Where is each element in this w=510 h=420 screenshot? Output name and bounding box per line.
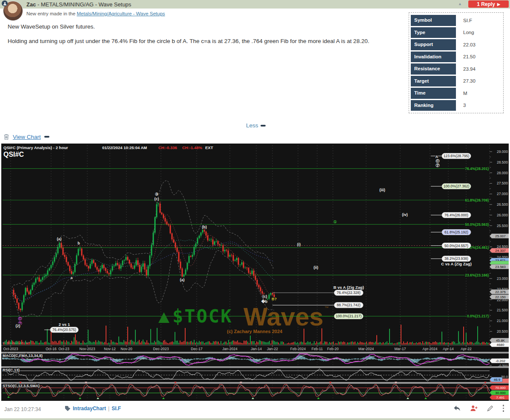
chart-canvas[interactable]: 29.00028.50028.00027.50027.00026.50026.0… [1, 144, 509, 401]
price-tick-label: 26.000 [497, 213, 508, 217]
chart-svg[interactable]: 29.00028.50028.00027.50027.00026.50026.0… [1, 144, 509, 401]
setup-row-resistance: Resistance23.94 [411, 63, 502, 75]
page-bottom-strip [0, 418, 510, 420]
watermark-stock-text: $TOCK [172, 306, 232, 327]
wave-label: (b) [202, 225, 207, 229]
chart-instrument-label: QSI#C (Primary Analysis) - 2 hour [3, 145, 68, 150]
setup-label: Time [411, 88, 456, 99]
setup-value: 27.30 [463, 78, 476, 83]
setup-row-target: Target27.30 [411, 76, 502, 87]
green-fib-label: 61.8%(26.709) [465, 198, 489, 202]
room-link[interactable]: Metals/Mining/Agriculture - Wave Setups [77, 11, 165, 16]
price-tick-label: 27.000 [497, 192, 508, 196]
setup-row-invalidation: Invalidation21.50 [411, 52, 502, 63]
axis-badge-label: 24.337 [495, 249, 506, 253]
axis-badge-label: 7.491 [496, 396, 505, 400]
reply-icon[interactable] [453, 405, 461, 411]
forum-post-page: Zac - METALS/MINING/AG - Wave Setups ▲ 1… [0, 0, 510, 420]
fib-pill-label: 76.4%(22.328) [337, 291, 361, 295]
trash-icon[interactable] [3, 133, 9, 140]
setup-value: 22.03 [463, 42, 476, 47]
green-fib-label: 23.6%(23.166) [465, 273, 489, 277]
fib-pill-label: 88.7%(21.742) [337, 303, 361, 307]
wave-label: A [436, 155, 438, 159]
wave-label: (c) [155, 197, 159, 201]
reply-button[interactable]: 1 Reply ▶ [468, 0, 509, 8]
axis-badge-label: 23.583 [495, 265, 506, 269]
pane-separator [1, 366, 509, 368]
avatar[interactable] [3, 1, 23, 21]
tag-icon [65, 406, 71, 411]
wave-label: b [77, 241, 80, 245]
date-tick-label: Apr-14 [443, 347, 454, 351]
date-tick-label: Nov-12 [104, 347, 116, 351]
tag-separator: | [108, 406, 109, 411]
date-tick-label: Mar-17 [395, 347, 406, 351]
fib-pill-label: 76.4%(26.000) [444, 213, 468, 217]
price-tick-label: 28.500 [497, 160, 508, 164]
axis-badge-label: 22.150 [495, 295, 506, 299]
fib-pill-label: 100.0%(27.362) [444, 184, 470, 188]
subtitle-prefix: New entry made in the [26, 11, 77, 16]
wave-label: ③ [155, 192, 158, 196]
wave-label: (a) [57, 237, 62, 241]
wave-label: ⓨ [436, 163, 440, 167]
date-tick-label: Nov-2023 [80, 347, 95, 351]
fib-pill-label: 38.2%(23.938) [444, 256, 468, 261]
watermark-copyright: (c) Zachary Mannes 2024 [227, 329, 283, 334]
watermark-tm: ™ [324, 305, 329, 310]
post-tags: IntradayChart | SI.F [65, 406, 121, 411]
axis-badge-label: 70.000 [495, 386, 506, 390]
wave-label: (c) [263, 294, 267, 299]
post-title-rest: - METALS/MINING/AG - Wave Setups [36, 1, 131, 8]
setup-value: M [463, 91, 467, 96]
setup-label: Symbol [411, 15, 456, 26]
wave-label: (ii) [314, 265, 318, 270]
post-title: Zac - METALS/MINING/AG - Wave Setups [26, 1, 131, 8]
setup-row-time: TimeM [411, 88, 502, 99]
post-timestamp: Jan 22 10:27:34 [4, 406, 41, 412]
wave-label: (i) [297, 242, 301, 247]
author-name: Zac [26, 1, 36, 8]
wave-label: ⓒ [18, 316, 22, 321]
pane-separator [1, 382, 509, 384]
setup-table: SymbolSI.FTypeLongSupport22.03Invalidati… [409, 12, 504, 113]
bvsa-title: B vs A (Zig Zag) [333, 285, 364, 290]
setup-value: 21.50 [463, 54, 476, 59]
chart-symbol-big: QSI#C [3, 151, 24, 158]
chart-change-pct: CH:-1.48% [182, 145, 203, 150]
setup-value: 3 [463, 103, 466, 108]
date-tick-label: Dec-17 [191, 347, 203, 351]
date-tick-label: Feb-11 [312, 347, 323, 351]
setup-label: Support [411, 39, 456, 50]
more-options-icon[interactable] [503, 405, 504, 412]
date-tick-label: Apr-22 [461, 347, 472, 351]
view-chart-link[interactable]: View Chart [13, 134, 41, 140]
post-footer: Jan 22 10:27:34 IntradayChart | SI.F [0, 401, 510, 418]
pane-separator [1, 352, 509, 354]
edit-pencil-icon[interactable] [487, 405, 493, 411]
reply-arrow-icon: ▶ [497, 2, 500, 6]
price-tick-label: 25.500 [497, 224, 508, 228]
rsi-label: RSI(C,13) [3, 368, 20, 372]
date-tick-label: Oct-23 [58, 347, 69, 351]
less-label: Less [246, 122, 258, 129]
setup-label: Ranking [411, 100, 456, 111]
date-tick-label: Apr-2024 [423, 347, 438, 351]
chart-collapse-minus-icon[interactable] [44, 136, 49, 138]
less-toggle[interactable]: Less [246, 122, 266, 129]
axis-badge-label: 25.007 [495, 234, 506, 238]
axis-badge-label: 30.000 [495, 391, 506, 395]
wave-label: ⓒ [436, 159, 440, 163]
date-tick-label: Oct-2023 [3, 347, 18, 351]
view-chart-row: View Chart [3, 133, 49, 140]
price-tick-label: 26.500 [497, 202, 508, 207]
add-user-icon[interactable] [470, 405, 478, 411]
tag-intradaychart[interactable]: IntradayChart [73, 406, 106, 411]
collapse-caret-icon[interactable]: ▲ [458, 2, 462, 6]
collapse-minus-icon [261, 125, 266, 127]
setup-label: Type [411, 27, 456, 38]
setup-value: SI.F [463, 18, 472, 23]
tag-sif[interactable]: SI.F [112, 406, 121, 411]
setup-value: Long [463, 30, 474, 35]
